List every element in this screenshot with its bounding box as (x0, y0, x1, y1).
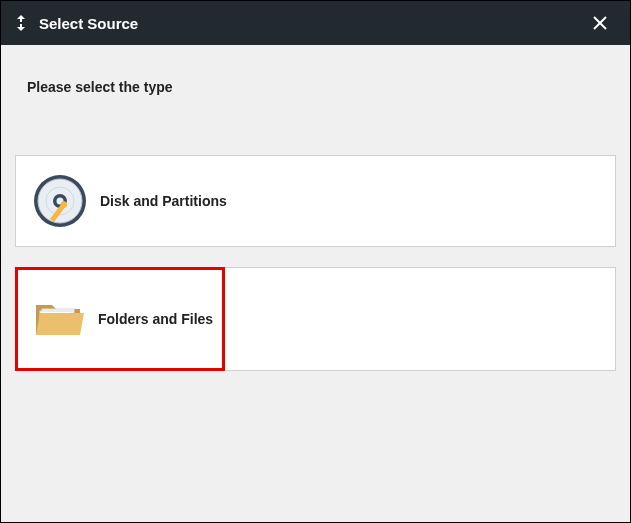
close-button[interactable] (580, 1, 620, 45)
instruction-text: Please select the type (27, 79, 616, 95)
option-folders-row-remainder[interactable] (225, 267, 616, 371)
svg-point-8 (61, 201, 67, 207)
titlebar: Select Source (1, 1, 630, 45)
disk-icon (26, 173, 94, 229)
select-source-dialog: Select Source Please select the type (0, 0, 631, 523)
option-folders-label: Folders and Files (98, 311, 213, 327)
app-logo-icon (11, 13, 31, 33)
folder-icon (24, 291, 92, 347)
option-folders-and-files[interactable]: Folders and Files (15, 267, 225, 371)
dialog-title: Select Source (39, 15, 138, 32)
option-disk-and-partitions[interactable]: Disk and Partitions (15, 155, 616, 247)
dialog-content: Please select the type Disk and Partitio… (1, 45, 630, 522)
close-icon (591, 14, 609, 32)
option-folders-row: Folders and Files (15, 267, 616, 371)
option-disk-label: Disk and Partitions (100, 193, 227, 209)
